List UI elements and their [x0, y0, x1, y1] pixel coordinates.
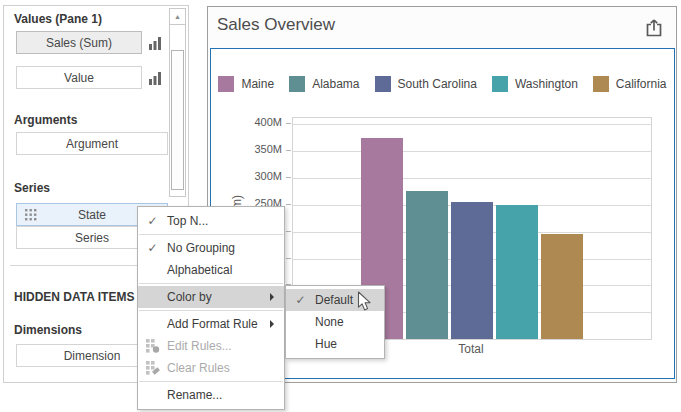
legend-label: South Carolina	[398, 77, 477, 91]
legend-swatch	[492, 76, 508, 92]
legend-swatch	[289, 76, 305, 92]
menu-item-label: Top N...	[167, 214, 270, 228]
hidden-data-items-header: HIDDEN DATA ITEMS	[14, 290, 134, 304]
value-item[interactable]: Value	[16, 66, 142, 89]
bar-washington[interactable]	[496, 205, 538, 339]
menu-item-no-grouping[interactable]: ✓No Grouping	[138, 237, 284, 259]
menu-item-hue[interactable]: Hue	[286, 333, 384, 355]
up-arrow-icon: ▲	[174, 13, 181, 20]
chart-legend: MaineAlabamaSouth CarolinaWashingtonCali…	[212, 68, 673, 100]
legend-swatch	[218, 76, 234, 92]
menu-item-label: None	[315, 315, 370, 329]
y-tick-label: 350M	[234, 143, 282, 155]
legend-swatch	[593, 76, 609, 92]
bar-alabama[interactable]	[406, 191, 448, 339]
y-tick-label: 300M	[234, 170, 282, 182]
legend-item-washington[interactable]: Washington	[492, 76, 578, 92]
menu-item-edit-rules[interactable]: Edit Rules...	[138, 335, 284, 357]
menu-separator	[139, 283, 283, 284]
dimension-label: Dimension	[64, 349, 121, 363]
legend-label: California	[616, 77, 667, 91]
y-tick-label: 400M	[234, 116, 282, 128]
legend-item-maine[interactable]: Maine	[218, 76, 274, 92]
menu-item-label: Hue	[315, 337, 370, 351]
check-icon: ✓	[138, 241, 167, 255]
mouse-cursor-icon	[357, 291, 372, 317]
menu-separator	[139, 310, 283, 311]
gridline	[293, 151, 651, 152]
scrollbar-thumb[interactable]	[171, 50, 184, 190]
gridline	[293, 178, 651, 179]
menu-item-label: Color by	[167, 290, 270, 304]
sales-sum-label: Sales (Sum)	[46, 36, 112, 50]
legend-label: Washington	[515, 77, 578, 91]
argument-label: Argument	[66, 137, 118, 151]
menu-item-label: Rename...	[167, 388, 270, 402]
menu-item-label: Clear Rules	[167, 361, 270, 375]
dimensions-header: Dimensions	[14, 323, 82, 337]
series-header: Series	[14, 181, 50, 195]
menu-item-label: Edit Rules...	[167, 339, 270, 353]
bar-south-carolina[interactable]	[451, 202, 493, 339]
legend-item-alabama[interactable]: Alabama	[289, 76, 359, 92]
bar-chart-icon	[148, 36, 162, 54]
export-icon[interactable]	[644, 18, 664, 42]
y-tick-mark	[286, 258, 291, 259]
menu-item-top-n[interactable]: ✓Top N...	[138, 210, 284, 232]
check-icon: ✓	[286, 293, 315, 307]
state-label: State	[78, 208, 106, 222]
menu-separator	[139, 381, 283, 382]
menu-separator	[139, 234, 283, 235]
context-menu: ✓Top N...✓No GroupingAlphabeticalColor b…	[137, 206, 285, 410]
bar-california[interactable]	[541, 234, 583, 339]
submenu-arrow-icon	[270, 320, 274, 328]
grip-icon[interactable]	[25, 209, 37, 224]
check-icon: ✓	[138, 214, 167, 228]
y-tick-mark	[286, 204, 291, 205]
legend-item-california[interactable]: California	[593, 76, 667, 92]
legend-item-south-carolina[interactable]: South Carolina	[375, 76, 477, 92]
y-tick-mark	[286, 123, 291, 124]
submenu-arrow-icon	[270, 293, 274, 301]
arguments-header: Arguments	[14, 113, 77, 127]
values-pane-header: Values (Pane 1)	[14, 12, 102, 26]
legend-label: Alabama	[312, 77, 359, 91]
menu-item-label: Add Format Rule	[167, 317, 270, 331]
y-tick-mark	[286, 231, 291, 232]
menu-item-alphabetical[interactable]: Alphabetical	[138, 259, 284, 281]
menu-item-add-format-rule[interactable]: Add Format Rule	[138, 313, 284, 335]
argument-item[interactable]: Argument	[16, 132, 168, 155]
y-tick-mark	[286, 177, 291, 178]
gridline	[293, 124, 651, 125]
clear-rules-icon	[138, 361, 167, 375]
menu-item-label: No Grouping	[167, 241, 270, 255]
menu-item-color-by[interactable]: Color by	[138, 286, 284, 308]
legend-swatch	[375, 76, 391, 92]
value-label: Value	[64, 71, 94, 85]
menu-item-rename[interactable]: Rename...	[138, 384, 284, 406]
chart-title: Sales Overview	[217, 15, 335, 35]
scroll-up-button[interactable]: ▲	[169, 8, 186, 25]
series-label: Series	[75, 231, 109, 245]
menu-item-label: Alphabetical	[167, 263, 270, 277]
menu-item-clear-rules[interactable]: Clear Rules	[138, 357, 284, 379]
dashboard-designer: Values (Pane 1) Sales (Sum) Value Argume…	[0, 0, 681, 412]
sales-sum-item[interactable]: Sales (Sum)	[16, 31, 142, 54]
y-tick-mark	[286, 150, 291, 151]
edit-rules-icon	[138, 339, 167, 353]
bar-chart-icon	[148, 71, 162, 89]
legend-label: Maine	[241, 77, 274, 91]
